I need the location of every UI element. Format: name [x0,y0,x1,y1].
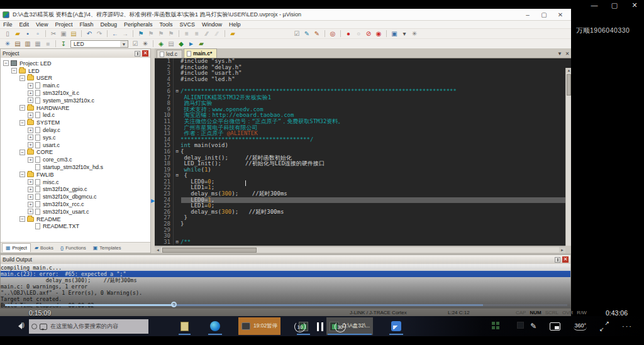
expand-icon[interactable]: + [28,134,33,140]
build-output-line[interactable]: main.c: 0 warnings, 1 error [1,283,570,290]
build-output-line[interactable]: Target not created. [1,296,570,302]
stop-build-icon[interactable]: ■ [43,40,52,48]
collapse-icon[interactable]: − [19,172,25,177]
code-line[interactable]: 27 } [155,215,571,221]
uvision-close-button[interactable]: ✕ [552,11,569,18]
fullscreen-icon[interactable]: ↗↙ [600,322,609,331]
tree-item[interactable]: −SYSTEM [1,119,150,126]
tree-item[interactable]: +stm32f10x_gpio.c [1,186,150,194]
build-output-line[interactable]: "..\OBJ\LED.axf" - 1 Error(s), 0 Warning… [1,290,570,296]
target-options-icon[interactable]: ✳ [141,40,150,48]
bookmark-icon[interactable]: ⚑ [136,30,145,38]
expand-icon[interactable]: + [28,83,33,89]
vertical-scrollbar[interactable]: ▲ ▼ [565,68,571,246]
save-icon[interactable]: ▪ [23,30,32,38]
code-line[interactable]: 19 while(1) [155,167,571,173]
horizontal-scroll-thumb[interactable] [162,248,257,253]
window-select-icon[interactable]: ▣ [390,30,399,38]
manage-project-items-icon[interactable]: ◈ [157,40,165,48]
breakpoint-all-icon[interactable]: ◉ [374,30,383,38]
save-all-icon[interactable]: ▫ [33,30,42,38]
expand-icon[interactable]: + [28,157,33,163]
pin-icon[interactable] [135,51,140,57]
pin-icon[interactable] [555,257,560,263]
fold-marker-icon[interactable]: ⊟ [174,239,180,246]
copy-icon[interactable]: ▣ [59,30,68,38]
code-line[interactable]: 31⊟/** [155,239,571,246]
uvision-minimize-button[interactable]: – [519,11,536,18]
code-line[interactable]: 24 LED0=1, [155,197,571,204]
bookmark-clear-icon[interactable]: ⚑ [167,30,175,38]
tray-app-icon[interactable] [517,322,524,329]
taskbar-item-edge[interactable] [207,317,223,335]
speed-360-icon[interactable]: 360° [574,322,587,331]
scroll-left-icon[interactable]: ◄ [155,247,161,253]
taskbar-item-file[interactable] [177,317,192,335]
expand-icon[interactable]: + [28,187,33,192]
multi-project-icon[interactable]: ◆ [177,40,186,48]
player-maximize-button[interactable]: ▢ [610,1,619,9]
tree-item[interactable]: +delay.c [1,126,150,134]
menu-view[interactable]: View [36,21,48,28]
fold-marker-icon[interactable]: ⊟ [174,89,180,95]
chevron-down-icon[interactable]: ▼ [120,41,128,47]
editor-tab-ledc[interactable]: led.c [157,50,182,58]
breakpoint-kill-icon[interactable]: ⊘ [364,30,373,38]
panel-tab-templates[interactable]: ▣Templates [90,243,125,252]
new-file-icon[interactable]: ▯ [3,30,12,38]
code-line[interactable]: 28} [155,221,571,227]
panel-tab-functions[interactable]: {}Functions [57,243,89,252]
expand-icon[interactable]: + [28,179,33,185]
menu-project[interactable]: Project [55,21,72,28]
comment-icon[interactable]: ∕∕ [203,30,211,38]
tree-item[interactable]: +stm32f10x_usart.c [1,208,150,216]
taskbar-item-app[interactable] [388,317,404,335]
scroll-right-icon[interactable]: ► [559,247,565,253]
horizontal-scrollbar[interactable]: ◄ ► [155,246,565,253]
notes-pencil-icon[interactable]: ✎ [530,322,536,331]
code-line[interactable]: 15int main(void) [155,143,571,149]
vertical-scroll-thumb[interactable] [567,74,571,96]
scroll-up-icon[interactable]: ▲ [566,68,571,74]
tree-item[interactable]: −CORE [1,149,150,156]
tree-item[interactable]: +sys.c [1,134,150,141]
code-line[interactable]: 26 delay_ms(300); //延时300ms [155,209,571,216]
fold-marker-icon[interactable]: ⊟ [174,173,180,179]
configuration-wrench-icon[interactable]: ✳ [410,30,419,38]
collapse-icon[interactable]: − [11,68,17,74]
collapse-icon[interactable]: − [19,120,25,126]
find-in-files-icon[interactable]: ◎ [328,30,337,38]
batch-build-icon[interactable]: ▦ [33,40,42,48]
menu-window[interactable]: Window [202,21,222,28]
tree-item[interactable]: −FWLIB [1,171,150,178]
collapse-icon[interactable]: − [19,216,25,222]
expand-icon[interactable]: + [28,202,33,207]
menu-edit[interactable]: Edit [19,21,30,28]
expand-icon[interactable]: + [28,209,33,214]
open-file-icon[interactable]: ▰ [13,30,22,38]
breakpoint-icon[interactable]: ● [344,30,353,38]
collapse-icon[interactable]: − [19,150,25,155]
expand-icon[interactable]: + [28,128,33,133]
bookmark-next-icon[interactable]: ⚑ [157,30,165,38]
code-editor[interactable]: 1#include "sys.h"2#include "delay.h"3#in… [155,58,571,246]
menu-tools[interactable]: Tools [159,21,172,28]
expand-icon[interactable]: + [28,90,33,96]
tree-item[interactable]: +system_stm32f10x.c [1,97,150,104]
collapse-icon[interactable]: − [19,75,25,81]
rewind-10-button[interactable]: 10 [294,321,306,332]
build-output-line[interactable]: delay_ms(300); //延时300ms [1,277,570,283]
target-select[interactable]: LED ▼ [70,40,128,48]
seek-bar[interactable] [5,304,567,306]
tree-item[interactable]: −Project: LED [1,60,150,67]
navigate-forward-icon[interactable]: → [121,30,130,38]
taskbar-search-input[interactable]: 在这里输入你要搜索的内容 [29,319,148,334]
breakpoint-disabled-icon[interactable]: ○ [354,30,363,38]
build-output-close-button[interactable]: ✕ [562,256,569,263]
tree-item[interactable]: −HARDWARE [1,104,150,112]
tree-item[interactable]: +stm32f10x_it.c [1,89,150,97]
collapse-icon[interactable]: − [3,60,9,66]
picture-in-picture-icon[interactable] [550,322,560,331]
highlight-icon[interactable]: ✎ [313,30,321,38]
expand-icon[interactable]: + [28,97,33,103]
